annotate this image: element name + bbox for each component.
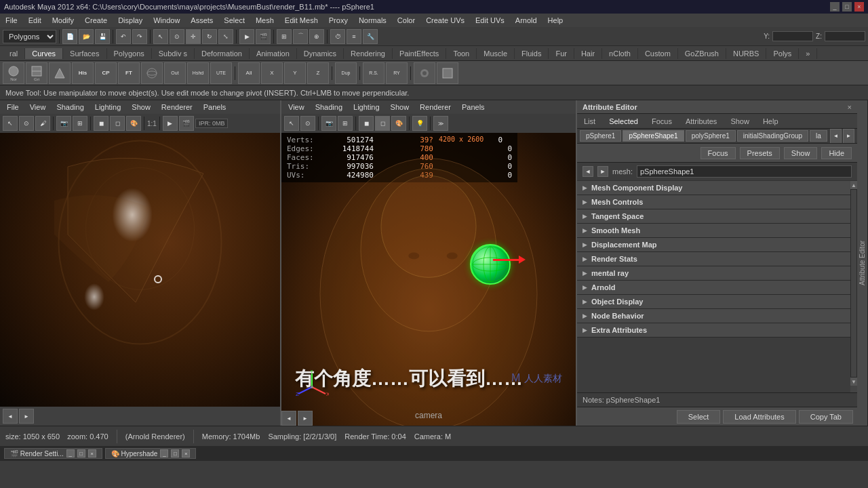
menu-create[interactable]: Create [79, 15, 113, 26]
mode-dropdown[interactable]: Polygons Surfaces Dynamics [3, 30, 56, 43]
shelf-tab-fluids[interactable]: Fluids [515, 48, 549, 59]
shelf-tab-dynamics[interactable]: Dynamics [297, 48, 344, 59]
shelf-tab-polygons[interactable]: Polygons [107, 48, 152, 59]
shelf-tab-hair[interactable]: Hair [574, 48, 602, 59]
shelf-icon-x[interactable]: X [261, 62, 283, 84]
menu-edit-mesh[interactable]: Edit Mesh [279, 15, 323, 26]
copy-tab-button[interactable]: Copy Tab [799, 410, 853, 424]
menu-file[interactable]: File [0, 15, 23, 26]
lv-btn-2[interactable]: ⊙ [19, 116, 34, 131]
menu-help[interactable]: Help [542, 15, 569, 26]
shelf-icon-ft[interactable]: FT [118, 62, 140, 84]
minimize-btn[interactable]: _ [830, 2, 840, 12]
taskbar-render-settings[interactable]: 🎬 Render Setti... _ □ × [4, 448, 102, 459]
lv-ipr-btn[interactable]: 🎬 [179, 116, 194, 131]
shelf-icon-y[interactable]: Y [284, 62, 306, 84]
hide-btn[interactable]: Hide [821, 147, 852, 159]
node-tab-initialshadinggroup[interactable]: initialShadingGroup [737, 130, 808, 142]
rotate-tool-btn[interactable]: ↻ [202, 29, 217, 44]
rv-menu-view[interactable]: View [285, 102, 307, 112]
shelf-tab-muscle[interactable]: Muscle [477, 48, 515, 59]
scale-tool-btn[interactable]: ⤡ [218, 29, 233, 44]
shelf-tab-curves[interactable]: Curves [25, 48, 63, 59]
section-render-header[interactable]: ▶ Render Stats [577, 252, 850, 266]
render-settings-minimize[interactable]: _ [66, 449, 75, 458]
menu-color[interactable]: Color [392, 15, 420, 26]
ae-tab-show[interactable]: Show [728, 116, 752, 127]
lv-nav-right[interactable]: ► [19, 409, 34, 424]
shelf-tab-painteffects[interactable]: PaintEffects [393, 48, 447, 59]
shelf-tab-rendering[interactable]: Rendering [344, 48, 393, 59]
lv-wire-btn[interactable]: ◻ [110, 116, 125, 131]
lv-grid-btn[interactable]: ⊞ [73, 116, 87, 131]
shelf-icon-3[interactable] [49, 62, 71, 84]
shelf-tab-surfaces[interactable]: Surfaces [63, 48, 106, 59]
rv-grid-btn[interactable]: ⊞ [338, 116, 353, 131]
section-extra-header[interactable]: ▶ Extra Attributes [577, 323, 850, 337]
focus-btn[interactable]: Focus [701, 147, 736, 159]
menu-assets[interactable]: Assets [185, 15, 218, 26]
shelf-tab-fur[interactable]: Fur [549, 48, 574, 59]
shelf-tab-deformation[interactable]: Deformation [195, 48, 250, 59]
save-file-btn[interactable]: 💾 [95, 29, 110, 44]
render-settings-restore[interactable]: □ [77, 449, 85, 458]
shelf-tab-ncloth[interactable]: nCloth [602, 48, 638, 59]
menu-create-uvs[interactable]: Create UVs [420, 15, 470, 26]
ae-tab-attributes[interactable]: Attributes [683, 116, 719, 127]
shelf-tab-toon[interactable]: Toon [446, 48, 477, 59]
select-button[interactable]: Select [677, 410, 721, 424]
left-vp-menu-show[interactable]: Show [129, 102, 153, 112]
menu-normals[interactable]: Normals [353, 15, 392, 26]
shelf-icon-extra2[interactable] [437, 62, 458, 84]
show-btn[interactable]: Show [784, 147, 818, 159]
scroll-down-btn[interactable]: ▼ [850, 378, 857, 386]
taskbar-hypershade[interactable]: 🎨 Hypershade _ □ × [105, 448, 197, 459]
rv-wire-btn[interactable]: ◻ [375, 116, 390, 131]
ae-tab-help[interactable]: Help [760, 116, 781, 127]
node-tab-la[interactable]: la [810, 130, 827, 142]
menu-edit[interactable]: Edit [23, 15, 47, 26]
shelf-icon-hshd[interactable]: Hshd [187, 62, 209, 84]
ae-tab-list[interactable]: List [581, 116, 598, 127]
maximize-btn[interactable]: □ [842, 2, 852, 12]
rv-nav-right[interactable]: ► [298, 411, 313, 426]
menu-display[interactable]: Display [113, 15, 148, 26]
shelf-tab-more[interactable]: » [799, 48, 817, 59]
move-tool-btn[interactable]: ✛ [186, 29, 201, 44]
menu-window[interactable]: Window [148, 15, 185, 26]
shelf-tab-goz[interactable]: GoZBrush [678, 48, 726, 59]
shelf-icon-sphere[interactable] [141, 62, 163, 84]
redo-btn[interactable]: ↷ [132, 29, 147, 44]
history-btn[interactable]: ⏱ [330, 29, 345, 44]
rv-menu-panels[interactable]: Panels [459, 102, 488, 112]
shelf-icon-his[interactable]: His [72, 62, 94, 84]
rv-more-btn[interactable]: ≫ [433, 116, 448, 131]
hypershade-restore[interactable]: □ [171, 449, 179, 458]
undo-btn[interactable]: ↶ [116, 29, 131, 44]
channel-box-btn[interactable]: ≡ [347, 29, 361, 44]
section-node-header[interactable]: ▶ Node Behavior [577, 309, 850, 323]
attr-editor-close-btn[interactable]: × [848, 103, 852, 111]
snap-grid-btn[interactable]: ⊞ [277, 29, 292, 44]
rv-texture-btn[interactable]: 🎨 [391, 116, 406, 131]
shelf-icon-1[interactable]: Nor [3, 62, 24, 84]
lv-btn-3[interactable]: 🖌 [35, 116, 50, 131]
section-mentalray-header[interactable]: ▶ mental ray [577, 266, 850, 280]
mesh-nav-prev[interactable]: ◄ [583, 166, 593, 177]
mesh-nav-next[interactable]: ► [597, 166, 608, 177]
section-mesh-component-header[interactable]: ▶ Mesh Component Display [577, 181, 850, 195]
presets-btn[interactable]: Presets [740, 147, 780, 159]
shelf-tab-ral[interactable]: ral [3, 48, 25, 59]
attr-editor-btn[interactable]: 🔧 [363, 29, 378, 44]
new-file-btn[interactable]: 📄 [62, 29, 77, 44]
open-file-btn[interactable]: 📂 [79, 29, 94, 44]
left-vp-menu-panels[interactable]: Panels [201, 102, 229, 112]
menu-mesh[interactable]: Mesh [250, 15, 279, 26]
ae-vertical-label[interactable]: Attribute Editor [857, 100, 868, 426]
section-arnold-header[interactable]: ▶ Arnold [577, 281, 850, 294]
shelf-icon-cp[interactable]: CP [95, 62, 117, 84]
menu-proxy[interactable]: Proxy [323, 15, 353, 26]
load-attributes-button[interactable]: Load Attributes [723, 410, 795, 424]
left-vp-menu-file[interactable]: File [4, 102, 22, 112]
rv-menu-shading[interactable]: Shading [313, 102, 345, 112]
